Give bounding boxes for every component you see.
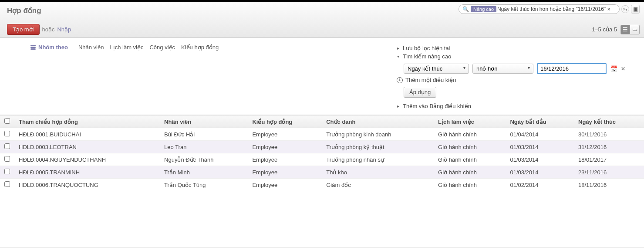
plus-icon: + xyxy=(397,77,403,83)
row-checkbox[interactable] xyxy=(4,143,10,149)
condition-remove[interactable]: ✕ xyxy=(621,66,625,72)
cell-ref: HĐLĐ.0001.BUIDUCHAI xyxy=(14,128,160,141)
col-end[interactable]: Ngày kết thúc xyxy=(574,115,644,128)
cell-employee: Trần Quốc Tùng xyxy=(160,179,248,191)
group-option-job[interactable]: Công việc xyxy=(149,44,175,51)
search-facet-text: Ngày kết thúc lớn hơn hoặc bằng "16/11/2… xyxy=(497,6,606,12)
row-checkbox[interactable] xyxy=(4,131,10,136)
cell-start: 01/03/2014 xyxy=(506,141,574,153)
group-by-label: Nhóm theo xyxy=(30,44,68,51)
search-facet-remove[interactable]: × xyxy=(607,7,610,12)
select-all-checkbox[interactable] xyxy=(4,118,10,124)
pager-text: 1–5 của 5 xyxy=(592,26,617,33)
condition-operator-select[interactable]: nhỏ hơn xyxy=(472,64,533,74)
col-ref[interactable]: Tham chiếu hợp đồng xyxy=(14,115,160,128)
search-facet-label[interactable]: Nâng cao xyxy=(471,6,496,12)
cell-end: 30/11/2016 xyxy=(574,128,644,141)
table-row[interactable]: HĐLĐ.0004.NGUYENDUCTHANHNguyễn Đức Thành… xyxy=(0,153,644,166)
col-schedule[interactable]: Lịch làm việc xyxy=(434,115,506,128)
chevron-right-icon: ▸ xyxy=(396,104,400,109)
cell-schedule: Giờ hành chính xyxy=(434,153,506,166)
list-view-button[interactable]: ☰ xyxy=(620,25,630,34)
cell-start: 01/04/2014 xyxy=(506,128,574,141)
table-row[interactable]: HĐLĐ.0005.TRANMINHTrần MinhEmployeeThủ k… xyxy=(0,166,644,179)
add-dashboard-row[interactable]: ▸ Thêm vào Bảng điều khiển xyxy=(396,102,640,110)
group-option-contract-type[interactable]: Kiểu hợp đồng xyxy=(181,44,219,51)
cell-ref: HĐLĐ.0006.TRANQUOCTUNG xyxy=(14,179,160,191)
cell-employee: Bùi Đức Hải xyxy=(160,128,248,141)
col-employee[interactable]: Nhân viên xyxy=(160,115,248,128)
search-box[interactable]: 🔍 Nâng cao Ngày kết thúc lớn hơn hoặc bằ… xyxy=(459,4,620,14)
cell-title: Giám đốc xyxy=(322,179,434,191)
cell-title: Trưởng phòng kinh doanh xyxy=(322,128,434,141)
cell-title: Trưởng phòng nhân sự xyxy=(322,153,434,166)
group-option-employee[interactable]: Nhân viên xyxy=(78,44,104,51)
database-icon xyxy=(30,45,36,50)
cell-end: 18/11/2016 xyxy=(574,179,644,191)
save-filter-row[interactable]: ▸ Lưu bộ lọc hiện tại xyxy=(396,44,640,52)
row-checkbox[interactable] xyxy=(4,169,10,174)
condition-field-select[interactable]: Ngày kết thúc xyxy=(404,64,469,74)
col-title[interactable]: Chức danh xyxy=(322,115,434,128)
table-row[interactable]: HĐLĐ.0001.BUIDUCHAIBùi Đức HảiEmployeeTr… xyxy=(0,128,644,141)
cell-ref: HĐLĐ.0004.NGUYENDUCTHANH xyxy=(14,153,160,166)
adv-search-row[interactable]: ▾ Tìm kiếm nâng cao xyxy=(396,52,640,61)
or-text: hoặc xyxy=(42,26,55,33)
col-type[interactable]: Kiểu hợp đồng xyxy=(248,115,322,128)
cell-ref: HĐLĐ.0003.LEOTRAN xyxy=(14,141,160,153)
apply-button[interactable]: Áp dụng xyxy=(404,87,436,98)
calendar-icon[interactable]: 📅 xyxy=(610,65,617,72)
contracts-table: Tham chiếu hợp đồng Nhân viên Kiểu hợp đ… xyxy=(0,115,644,191)
cell-schedule: Giờ hành chính xyxy=(434,141,506,153)
add-condition-row[interactable]: + Thêm một điều kiện xyxy=(397,77,640,83)
condition-value-input[interactable] xyxy=(537,63,607,74)
row-checkbox[interactable] xyxy=(4,181,10,187)
cell-ref: HĐLĐ.0005.TRANMINH xyxy=(14,166,160,179)
create-button[interactable]: Tạo mới xyxy=(7,24,40,35)
cell-type: Employee xyxy=(248,153,322,166)
cell-start: 01/02/2014 xyxy=(506,179,574,191)
cell-schedule: Giờ hành chính xyxy=(434,128,506,141)
cell-start: 01/03/2014 xyxy=(506,153,574,166)
cell-employee: Trần Minh xyxy=(160,166,248,179)
chevron-down-icon: ▾ xyxy=(396,54,400,59)
cell-type: Employee xyxy=(248,179,322,191)
page-title: Hợp đồng xyxy=(7,4,41,21)
cell-title: Trưởng phòng kỹ thuật xyxy=(322,141,434,153)
table-row[interactable]: HĐLĐ.0006.TRANQUOCTUNGTrần Quốc TùngEmpl… xyxy=(0,179,644,191)
table-row[interactable]: HĐLĐ.0003.LEOTRANLeo TranEmployeeTrưởng … xyxy=(0,141,644,153)
cell-end: 31/12/2016 xyxy=(574,141,644,153)
cell-start: 01/03/2014 xyxy=(506,166,574,179)
cell-schedule: Giờ hành chính xyxy=(434,179,506,191)
col-start[interactable]: Ngày bắt đầu xyxy=(506,115,574,128)
group-option-schedule[interactable]: Lịch làm việc xyxy=(110,44,143,51)
cell-employee: Leo Tran xyxy=(160,141,248,153)
import-link[interactable]: Nhập xyxy=(57,26,71,33)
cell-employee: Nguyễn Đức Thành xyxy=(160,153,248,166)
cell-type: Employee xyxy=(248,128,322,141)
row-checkbox[interactable] xyxy=(4,156,10,162)
form-view-button[interactable]: ▭ xyxy=(630,25,640,34)
cell-end: 18/01/2017 xyxy=(574,153,644,166)
chevron-right-icon: ▸ xyxy=(396,46,400,51)
search-clear-button[interactable]: ×▾ xyxy=(621,5,629,13)
cell-type: Employee xyxy=(248,166,322,179)
search-icon: 🔍 xyxy=(462,6,469,12)
cell-title: Thủ kho xyxy=(322,166,434,179)
cell-end: 23/11/2016 xyxy=(574,166,644,179)
cell-type: Employee xyxy=(248,141,322,153)
expand-search-button[interactable]: ▣ xyxy=(631,5,640,14)
cell-schedule: Giờ hành chính xyxy=(434,166,506,179)
